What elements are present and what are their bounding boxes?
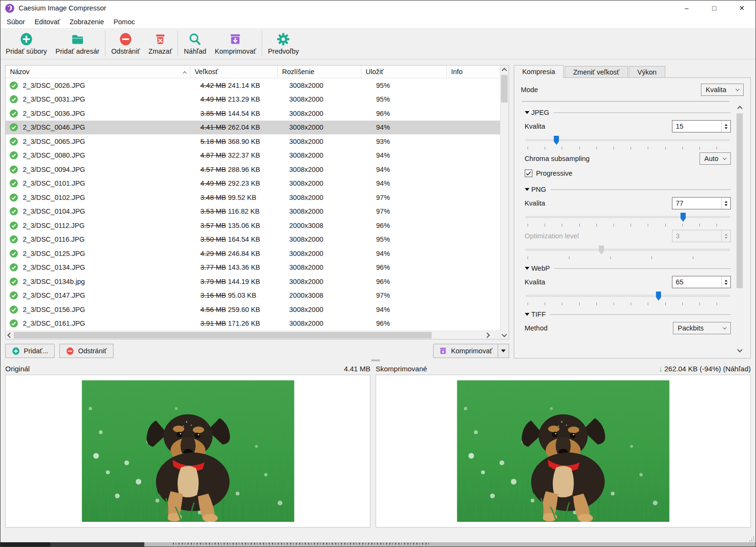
- spin-arrows[interactable]: [721, 198, 730, 209]
- chevron-down-icon: [723, 325, 727, 329]
- table-row[interactable]: 2_3/DSC_0134.JPG3.77 MB 143.36 KB3008x20…: [6, 261, 500, 275]
- column-header-rozlisenie[interactable]: Rozlíšenie: [278, 66, 361, 78]
- table-row[interactable]: 2_3/DSC_0101.JPG4.49 MB 292.23 KB3008x20…: [6, 177, 500, 191]
- table-row[interactable]: 2_3/DSC_0031.JPG4.49 MB 213.29 KB3008x20…: [6, 93, 500, 107]
- status-check-icon: [9, 277, 18, 286]
- chroma-select[interactable]: Auto: [699, 152, 731, 165]
- add-files-small-button[interactable]: Pridať...: [5, 344, 55, 358]
- table-row[interactable]: 2_3/DSC_0080.JPG4.87 MB 322.37 KB3008x20…: [6, 149, 500, 163]
- column-header-ulozit[interactable]: Uložiť: [361, 66, 447, 78]
- scroll-down-icon[interactable]: [501, 331, 509, 339]
- jpeg-quality-slider[interactable]: [526, 135, 730, 150]
- compress-button[interactable]: Komprimovať: [210, 29, 260, 58]
- splitter-handle[interactable]: [371, 359, 380, 361]
- menu-zobrazenie[interactable]: Zobrazenie: [65, 16, 109, 28]
- clipped-text-fragment: [173, 543, 429, 545]
- table-row[interactable]: 2_3/DSC_0094.JPG4.57 MB 288.96 KB3008x20…: [6, 162, 500, 177]
- jpeg-section-header[interactable]: JPEG: [525, 107, 731, 118]
- scroll-up-icon[interactable]: [736, 104, 744, 112]
- size-grip[interactable]: [748, 536, 754, 541]
- mode-label: Mode: [521, 86, 701, 94]
- file-resolution-cell: 3008x2000: [278, 250, 361, 257]
- scroll-up-icon[interactable]: [501, 66, 509, 74]
- scroll-down-icon[interactable]: [736, 346, 744, 354]
- webp-quality-spinbox[interactable]: 65: [672, 276, 731, 288]
- slider-handle[interactable]: [656, 292, 661, 301]
- png-section-header[interactable]: PNG: [525, 184, 731, 195]
- slider-handle[interactable]: [554, 136, 559, 145]
- table-row[interactable]: 2_3/DSC_0125.JPG4.29 MB 246.84 KB3008x20…: [6, 246, 500, 261]
- file-size-cell: 3.77 MB 143.36 KB: [190, 264, 278, 271]
- file-resolution-cell: 3008x2000: [278, 278, 361, 285]
- presets-button[interactable]: Predvoľby: [264, 29, 303, 58]
- table-row[interactable]: 2_3/DSC_0112.JPG3.57 MB 135.06 KB2000x30…: [6, 218, 500, 233]
- webp-section-header[interactable]: WebP: [525, 263, 731, 274]
- mode-select[interactable]: Kvalita: [701, 84, 744, 96]
- file-name-cell: 2_3/DSC_0156.JPG: [6, 305, 190, 314]
- table-row[interactable]: 2_3/DSC_0116.JPG3.50 MB 164.54 KB3008x20…: [6, 233, 500, 247]
- jpeg-quality-spinbox[interactable]: 15: [672, 120, 731, 132]
- file-saved-cell: 94%: [361, 306, 447, 313]
- tab-vykon[interactable]: Výkon: [629, 66, 665, 78]
- table-row[interactable]: 2_3/DSC_0065.JPG5.18 MB 368.90 KB3008x20…: [6, 134, 500, 149]
- tab-zmenit-velkost[interactable]: Zmeniť veľkosť: [565, 66, 628, 78]
- vertical-scrollbar-thumb[interactable]: [501, 75, 508, 103]
- column-header-nazov[interactable]: Názov: [6, 66, 190, 78]
- tab-kompresia[interactable]: Kompresia: [514, 65, 564, 78]
- table-row[interactable]: 2_3/DSC_0104.JPG3.53 MB 116.82 KB3008x20…: [6, 205, 500, 219]
- toolbar: Pridať súbory Pridať adresár Odstrániť Z…: [0, 28, 756, 59]
- minimize-button[interactable]: –: [673, 0, 700, 16]
- file-size-cell: 3.53 MB 116.82 KB: [190, 207, 278, 215]
- column-header-info[interactable]: Info: [447, 66, 500, 78]
- png-quality-slider[interactable]: [526, 212, 730, 226]
- status-check-icon: [9, 319, 18, 328]
- file-size-cell: 4.42 MB 241.14 KB: [190, 82, 278, 89]
- delete-button[interactable]: Zmazať: [144, 29, 177, 58]
- compress-options-dropdown[interactable]: [498, 344, 509, 358]
- table-row[interactable]: 2_3/DSC_0156.JPG4.56 MB 259.60 KB3008x20…: [6, 302, 500, 317]
- webp-quality-slider[interactable]: [526, 291, 730, 305]
- file-list-region: Názov Veľkosť Rozlíšenie Uložiť Info 2_3…: [5, 65, 509, 358]
- slider-handle[interactable]: [680, 213, 686, 222]
- table-row[interactable]: 2_3/DSC_0026.JPG4.42 MB 241.14 KB3008x20…: [6, 78, 500, 93]
- table-row[interactable]: 2_3/DSC_0036.JPG3.85 MB 144.54 KB3008x20…: [6, 106, 500, 121]
- plus-circle-icon: [19, 32, 33, 46]
- tiff-method-select[interactable]: Packbits: [673, 322, 731, 334]
- sort-ascending-icon: [183, 68, 186, 75]
- horizontal-scrollbar[interactable]: [6, 330, 500, 339]
- remove-small-button[interactable]: Odstrániť: [59, 344, 113, 358]
- scroll-left-icon[interactable]: [6, 331, 14, 339]
- title-bar: Caesium Image Compressor – □ ✕: [0, 0, 756, 16]
- remove-button[interactable]: Odstrániť: [107, 29, 144, 58]
- compress-action-button[interactable]: Komprimovať: [433, 344, 498, 358]
- add-folder-button[interactable]: Pridať adresár: [51, 29, 104, 58]
- vertical-scrollbar[interactable]: [500, 66, 509, 339]
- menu-pomoc[interactable]: Pomoc: [109, 16, 140, 28]
- column-header-velkost[interactable]: Veľkosť: [190, 66, 278, 78]
- settings-scrollbar[interactable]: [736, 104, 744, 354]
- file-size-cell: 3.48 MB 99.52 KB: [190, 194, 278, 201]
- table-row[interactable]: 2_3/DSC_0046.JPG4.41 MB 262.04 KB3008x20…: [6, 121, 500, 135]
- chevron-down-icon: [736, 87, 739, 91]
- table-row[interactable]: 2_3/DSC_0102.JPG3.48 MB 99.52 KB3008x200…: [6, 190, 500, 205]
- maximize-button[interactable]: □: [700, 0, 728, 16]
- scroll-right-icon[interactable]: [483, 331, 491, 339]
- table-row[interactable]: 2_3/DSC_0161.JPG3.91 MB 171.26 KB3008x20…: [6, 317, 500, 331]
- horizontal-scrollbar-thumb[interactable]: [14, 332, 432, 339]
- add-files-button[interactable]: Pridať súbory: [1, 29, 51, 58]
- menu-subor[interactable]: Súbor: [2, 16, 30, 28]
- tiff-section-header[interactable]: TIFF: [525, 309, 731, 320]
- table-row[interactable]: 2_3/DSC_0147.JPG3.16 MB 95.03 KB2000x300…: [6, 289, 500, 303]
- webp-quality-row: Kvalita 65: [525, 274, 731, 290]
- png-quality-spinbox[interactable]: 77: [672, 197, 731, 209]
- menu-editovat[interactable]: Editovať: [30, 16, 65, 28]
- close-button[interactable]: ✕: [728, 0, 756, 16]
- preview-button[interactable]: Náhľad: [180, 29, 210, 58]
- file-name-cell: 2_3/DSC_0065.JPG: [6, 137, 190, 146]
- table-row[interactable]: 2_3/DSC_0134b.jpg3.79 MB 144.19 KB3008x2…: [6, 274, 500, 289]
- spin-arrows[interactable]: [721, 276, 730, 288]
- chevron-down-icon: [723, 156, 727, 160]
- progressive-checkbox[interactable]: [525, 170, 532, 177]
- settings-scrollbar-thumb[interactable]: [737, 113, 743, 288]
- spin-arrows[interactable]: [721, 121, 730, 132]
